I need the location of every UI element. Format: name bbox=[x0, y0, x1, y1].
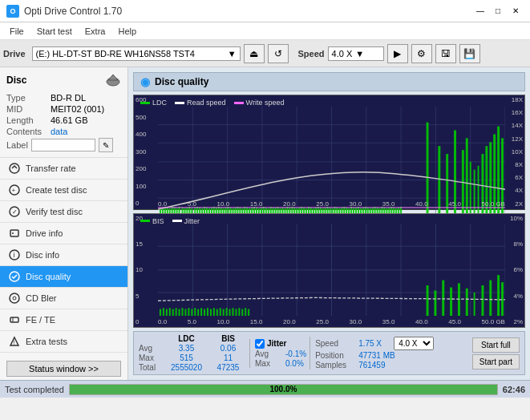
svg-rect-176 bbox=[200, 308, 202, 316]
disc-type-value: BD-R DL bbox=[51, 93, 86, 103]
fe-te-label: FE / TE bbox=[26, 315, 55, 325]
sidebar-item-disc-quality[interactable]: Disc quality bbox=[0, 266, 127, 288]
x-label-30: 30.0 bbox=[350, 201, 362, 208]
status-window-button[interactable]: Status window >> bbox=[6, 361, 121, 377]
speed-select-value: 4.0 X bbox=[332, 49, 353, 59]
eject-button[interactable]: ⏏ bbox=[244, 44, 265, 63]
cd-bler-icon bbox=[8, 292, 21, 305]
jitter-label: Jitter bbox=[267, 339, 286, 348]
extra-tests-label: Extra tests bbox=[26, 337, 67, 346]
drive-label: Drive bbox=[3, 49, 26, 59]
svg-rect-200 bbox=[489, 280, 492, 316]
svg-rect-201 bbox=[497, 275, 500, 316]
bis-legend-item: BIS bbox=[140, 217, 164, 225]
svg-rect-175 bbox=[197, 309, 199, 316]
svg-rect-195 bbox=[450, 287, 452, 316]
save-button[interactable]: 💾 bbox=[459, 44, 480, 63]
bis-max: 11 bbox=[210, 353, 246, 362]
dropdown-icon: ▼ bbox=[228, 49, 237, 59]
sidebar-item-create-test-disc[interactable]: + Create test disc bbox=[0, 180, 127, 201]
svg-rect-184 bbox=[226, 308, 228, 316]
samples-value: 761459 bbox=[358, 361, 385, 370]
samples-label: Samples bbox=[315, 361, 355, 370]
svg-rect-185 bbox=[229, 309, 231, 316]
sidebar-item-verify-test-disc[interactable]: ✓ Verify test disc bbox=[0, 201, 127, 223]
speed-stat-select[interactable]: 4.0 X 2.0 X 8.0 X bbox=[394, 337, 434, 350]
refresh-button[interactable]: ↺ bbox=[268, 44, 289, 63]
disc-label-input[interactable] bbox=[31, 139, 95, 151]
bis-chart-svg bbox=[158, 224, 505, 317]
bis-x-20: 20.0 bbox=[283, 319, 296, 325]
total-label: Total bbox=[139, 363, 163, 372]
disc-label-row: Label ✎ bbox=[6, 138, 121, 152]
sidebar-item-cd-bler[interactable]: CD Bler bbox=[0, 288, 127, 309]
disc-quality-icon bbox=[8, 270, 21, 283]
bis-avg: 0.06 bbox=[210, 344, 246, 353]
x-label-40: 40.0 bbox=[415, 201, 428, 208]
y-right-2x: 2X bbox=[507, 201, 523, 208]
read-speed-legend-item: Read speed bbox=[175, 99, 226, 107]
bis-x-35: 35.0 bbox=[382, 319, 395, 325]
start-full-button[interactable]: Start full bbox=[472, 337, 520, 353]
speed-stat-value: 1.75 X bbox=[358, 339, 390, 348]
drive-info-label: Drive info bbox=[26, 228, 63, 238]
svg-rect-142 bbox=[474, 170, 475, 217]
menu-extra[interactable]: Extra bbox=[79, 25, 112, 38]
svg-rect-188 bbox=[238, 308, 240, 316]
disc-section-title: Disc bbox=[6, 75, 26, 86]
svg-rect-168 bbox=[176, 308, 177, 316]
svg-rect-187 bbox=[235, 309, 237, 316]
ldc-y-right: 18X 16X 14X 12X 10X 8X 6X 4X 2X bbox=[505, 95, 524, 209]
disc-info-label: Disc info bbox=[26, 250, 59, 260]
x-label-45: 45.0 bbox=[448, 201, 461, 208]
ldc-chart-legend: LDC Read speed Write speed bbox=[140, 99, 284, 107]
bis-chart-legend: BIS Jitter bbox=[140, 217, 200, 225]
sidebar-item-drive-info[interactable]: Drive info bbox=[0, 223, 127, 244]
menu-start-test[interactable]: Start test bbox=[30, 25, 79, 38]
sidebar-item-disc-info[interactable]: i Disc info bbox=[0, 244, 127, 266]
settings-button[interactable]: ⚙ bbox=[411, 44, 432, 63]
bis-x-5: 5.0 bbox=[188, 319, 196, 325]
svg-rect-199 bbox=[481, 285, 483, 317]
svg-rect-170 bbox=[182, 308, 184, 316]
menu-file[interactable]: File bbox=[3, 25, 30, 38]
speed-selector[interactable]: 4.0 X ▼ bbox=[328, 46, 384, 61]
svg-marker-1 bbox=[108, 75, 118, 80]
transfer-rate-label: Transfer rate bbox=[26, 164, 76, 173]
minimize-button[interactable]: — bbox=[472, 5, 488, 18]
svg-rect-192 bbox=[427, 285, 429, 317]
svg-rect-167 bbox=[172, 309, 174, 316]
y-right-16x: 16X bbox=[507, 110, 523, 116]
title-bar-left: O Opti Drive Control 1.70 bbox=[6, 5, 122, 18]
ldc-legend-dot bbox=[140, 102, 150, 104]
svg-rect-164 bbox=[163, 308, 164, 316]
write-speed-legend-label: Write speed bbox=[246, 99, 285, 107]
svg-rect-191 bbox=[248, 309, 249, 316]
bis-y-right: 10% 8% 6% 4% 2% bbox=[505, 214, 524, 328]
jitter-legend-label: Jitter bbox=[184, 217, 200, 225]
jitter-legend-dot bbox=[172, 220, 182, 222]
drive-selector[interactable]: (E:) HL-DT-ST BD-RE WH16NS58 TST4 ▼ bbox=[32, 46, 241, 61]
disc-length-value: 46.61 GB bbox=[51, 115, 87, 125]
disc-info-icon: i bbox=[8, 248, 21, 261]
bis-x-25: 25.0 bbox=[316, 319, 329, 325]
disc-label-edit-button[interactable]: ✎ bbox=[99, 138, 113, 152]
svg-rect-169 bbox=[179, 309, 180, 316]
sidebar-item-fe-te[interactable]: FE / TE bbox=[0, 309, 127, 331]
maximize-button[interactable]: □ bbox=[490, 5, 506, 18]
burn-button[interactable]: 🖫 bbox=[435, 44, 456, 63]
start-part-button[interactable]: Start part bbox=[472, 354, 520, 370]
sidebar-item-transfer-rate[interactable]: Transfer rate bbox=[0, 158, 127, 180]
sidebar-item-extra-tests[interactable]: ! Extra tests bbox=[0, 331, 127, 353]
close-button[interactable]: ✕ bbox=[508, 5, 524, 18]
menu-help[interactable]: Help bbox=[111, 25, 143, 38]
jitter-checkbox[interactable] bbox=[255, 339, 265, 349]
max-label: Max bbox=[139, 353, 163, 362]
svg-rect-165 bbox=[166, 309, 168, 316]
x-label-35: 35.0 bbox=[382, 201, 395, 208]
write-speed-legend-item: Write speed bbox=[234, 99, 285, 107]
jitter-avg: -0.1% bbox=[285, 349, 306, 358]
svg-rect-183 bbox=[223, 309, 225, 316]
play-button[interactable]: ▶ bbox=[387, 44, 408, 63]
svg-rect-172 bbox=[188, 308, 189, 316]
